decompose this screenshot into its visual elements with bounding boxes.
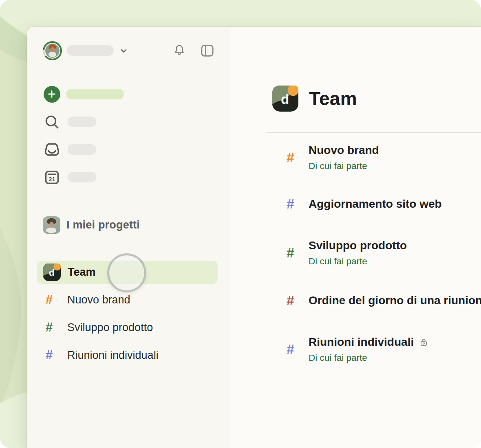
channel-hash-icon: # [287, 196, 309, 212]
user-avatar[interactable] [43, 41, 62, 60]
list-item-riunioni-individuali[interactable]: # Riunioni individuali Di cui fai parte [287, 335, 481, 363]
team-logo-large-icon: d [272, 86, 298, 112]
channel-hash-icon: # [43, 292, 65, 307]
channel-hash-icon: # [43, 320, 65, 335]
my-projects-label: I miei progetti [66, 219, 140, 231]
page-title: Team [309, 88, 357, 110]
sidebar-toggle-icon[interactable] [200, 44, 214, 57]
svg-text:d: d [49, 268, 55, 278]
channel-hash-icon: # [287, 149, 309, 165]
membership-note: Di cui fai parte [309, 161, 379, 171]
cursor-click-indicator [107, 253, 146, 292]
main-panel: d Team # Nuovo brand Di cui fai parte # … [230, 27, 481, 448]
inbox-skeleton [68, 144, 96, 155]
membership-note: Di cui fai parte [309, 256, 407, 267]
list-item-aggiornamento-sito-web[interactable]: # Aggiornamento sito web [287, 196, 481, 212]
user-avatar-photo [44, 43, 60, 59]
channel-hash-icon: # [287, 341, 309, 357]
channel-name: Aggiornamento sito web [309, 197, 442, 211]
notifications-bell-icon[interactable] [173, 44, 185, 57]
app-screenshot: 21 I miei progetti d Team [0, 0, 481, 448]
membership-note: Di cui fai parte [309, 353, 428, 363]
calendar-row[interactable]: 21 [43, 168, 214, 186]
list-item-sviluppo-prodotto[interactable]: # Sviluppo prodotto Di cui fai parte [287, 239, 481, 267]
search-row[interactable] [43, 113, 214, 131]
add-icon [44, 86, 60, 103]
calendar-skeleton [68, 172, 96, 182]
channel-hash-icon: # [43, 348, 65, 362]
list-item-ordine-del-giorno[interactable]: # Ordine del giorno di una riunione [287, 292, 481, 308]
channel-label: Nuovo brand [67, 294, 130, 306]
team-header: d Team [272, 86, 357, 112]
lock-icon [419, 338, 428, 347]
channel-hash-icon: # [287, 292, 309, 308]
channel-name: Nuovo brand [309, 143, 379, 157]
channel-hash-icon: # [287, 245, 309, 261]
workspace-name-skeleton [67, 45, 114, 56]
search-icon [44, 114, 60, 130]
channel-name: Riunioni individuali [309, 335, 414, 349]
channel-label: Sviluppo prodotto [67, 321, 153, 334]
sidebar-item-riunioni-individuali[interactable]: # Riunioni individuali [43, 341, 218, 369]
sidebar: 21 I miei progetti d Team [27, 27, 230, 448]
inbox-icon [44, 141, 60, 158]
list-item-nuovo-brand[interactable]: # Nuovo brand Di cui fai parte [287, 143, 481, 171]
svg-text:d: d [281, 92, 289, 107]
my-projects-header[interactable]: I miei progetti [43, 215, 218, 235]
add-task-skeleton [66, 89, 124, 99]
sidebar-quick-actions: 21 [43, 85, 214, 196]
my-projects-avatar [43, 216, 60, 234]
svg-text:21: 21 [49, 176, 55, 182]
search-skeleton [68, 116, 96, 127]
sidebar-channels: # Nuovo brand # Sviluppo prodotto # Riun… [43, 286, 218, 369]
sidebar-header [43, 41, 214, 60]
channel-label: Riunioni individuali [67, 349, 159, 362]
sidebar-item-sviluppo-prodotto[interactable]: # Sviluppo prodotto [43, 314, 218, 341]
team-logo-icon: d [43, 264, 61, 281]
calendar-icon: 21 [44, 169, 60, 186]
inbox-row[interactable] [43, 141, 214, 158]
add-task-row[interactable] [43, 85, 214, 103]
sidebar-team-label: Team [68, 266, 96, 279]
app-window: 21 I miei progetti d Team [27, 27, 481, 448]
channel-list: # Nuovo brand Di cui fai parte # Aggiorn… [287, 143, 481, 363]
channel-name: Sviluppo prodotto [309, 239, 407, 253]
channel-name: Ordine del giorno di una riunione [309, 294, 481, 307]
chevron-down-icon[interactable] [119, 46, 128, 55]
header-divider [267, 132, 481, 133]
